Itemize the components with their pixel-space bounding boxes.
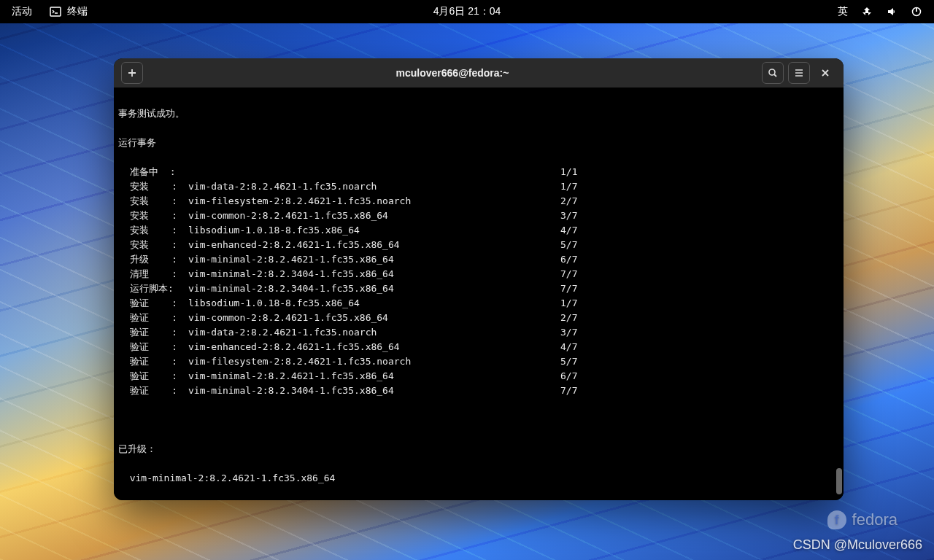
terminal-output: 事务测试成功。 运行事务 准备中 : 1/1 安装 : vim-data-2:8… <box>118 92 844 500</box>
terminal-app-icon <box>50 6 61 18</box>
svg-line-4 <box>774 74 776 77</box>
transaction-step: 安装 : libsodium-1.0.18-8.fc35.x86_644/7 <box>118 223 844 238</box>
transaction-step: 验证 : vim-minimal-2:8.2.4621-1.fc35.x86_6… <box>118 369 844 384</box>
fedora-icon: f <box>827 510 846 529</box>
new-tab-button[interactable] <box>121 62 143 84</box>
close-icon <box>820 68 830 78</box>
transaction-step: 验证 : vim-data-2:8.2.4621-1.fc35.noarch3/… <box>118 325 844 340</box>
fedora-logo: f fedora <box>827 510 898 529</box>
activities-button[interactable]: 活动 <box>12 5 32 18</box>
search-button[interactable] <box>762 62 784 84</box>
transaction-step: 安装 : vim-common-2:8.2.4621-1.fc35.x86_64… <box>118 209 844 223</box>
terminal-body[interactable]: 事务测试成功。 运行事务 准备中 : 1/1 安装 : vim-data-2:8… <box>114 88 844 500</box>
menu-button[interactable] <box>788 62 810 84</box>
ime-indicator[interactable]: 英 <box>838 5 848 18</box>
clock[interactable]: 4月6日 21：04 <box>433 5 501 18</box>
gnome-topbar: 活动 终端 4月6日 21：04 英 <box>0 0 934 23</box>
close-button[interactable] <box>814 62 836 84</box>
terminal-titlebar[interactable]: mculover666@fedora:~ <box>114 58 844 88</box>
transaction-step: 验证 : vim-filesystem-2:8.2.4621-1.fc35.no… <box>118 354 844 369</box>
volume-icon[interactable] <box>886 6 898 18</box>
transaction-step: 验证 : libsodium-1.0.18-8.fc35.x86_641/7 <box>118 296 844 311</box>
csdn-watermark: CSDN @Mculover666 <box>793 537 922 553</box>
fedora-text: fedora <box>852 510 898 529</box>
svg-rect-0 <box>50 7 61 16</box>
output-line: vim-minimal-2:8.2.4621-1.fc35.x86_64 <box>118 471 844 486</box>
svg-point-3 <box>769 69 775 75</box>
output-line <box>118 413 844 427</box>
output-line: 已升级： <box>118 442 844 456</box>
current-app-label: 终端 <box>67 5 88 18</box>
terminal-window: mculover666@fedora:~ 事务测试成功。 运行事务 准备中 : … <box>114 58 844 500</box>
transaction-step: 验证 : vim-enhanced-2:8.2.4621-1.fc35.x86_… <box>118 340 844 354</box>
power-icon[interactable] <box>911 6 922 18</box>
output-line: 运行事务 <box>118 136 844 150</box>
transaction-step: 验证 : vim-minimal-2:8.2.3404-1.fc35.x86_6… <box>118 384 844 398</box>
transaction-step: 安装 : vim-enhanced-2:8.2.4621-1.fc35.x86_… <box>118 238 844 252</box>
transaction-step: 清理 : vim-minimal-2:8.2.3404-1.fc35.x86_6… <box>118 267 844 281</box>
transaction-step: 验证 : vim-common-2:8.2.4621-1.fc35.x86_64… <box>118 311 844 325</box>
current-app-indicator[interactable]: 终端 <box>50 5 88 18</box>
transaction-step: 运行脚本: vim-minimal-2:8.2.3404-1.fc35.x86_… <box>118 281 844 296</box>
transaction-step: 准备中 : 1/1 <box>118 165 844 179</box>
transaction-step: 安装 : vim-data-2:8.2.4621-1.fc35.noarch1/… <box>118 179 844 194</box>
terminal-title: mculover666@fedora:~ <box>149 67 756 79</box>
scrollbar-thumb[interactable] <box>836 468 842 494</box>
plus-icon <box>127 68 137 78</box>
network-icon[interactable] <box>861 6 873 18</box>
transaction-step: 升级 : vim-minimal-2:8.2.4621-1.fc35.x86_6… <box>118 252 844 267</box>
transaction-step: 安装 : vim-filesystem-2:8.2.4621-1.fc35.no… <box>118 194 844 209</box>
terminal-scrollbar[interactable] <box>835 88 842 500</box>
output-line: 事务测试成功。 <box>118 106 844 121</box>
hamburger-icon <box>794 68 804 78</box>
search-icon <box>768 68 778 78</box>
